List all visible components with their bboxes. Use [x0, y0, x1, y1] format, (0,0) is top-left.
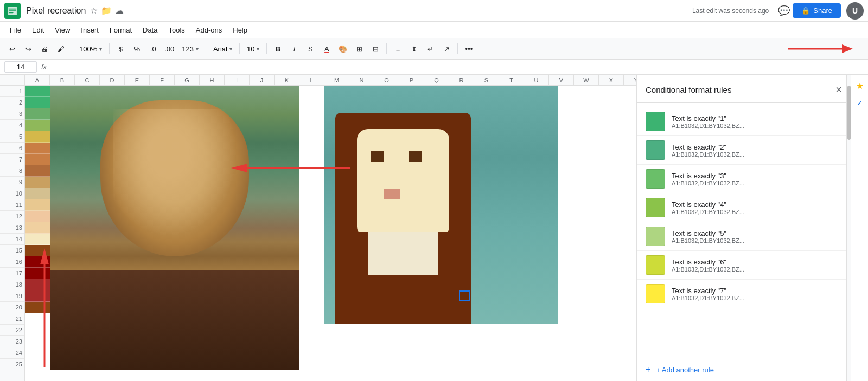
- text-color-button[interactable]: A: [319, 41, 334, 56]
- col-header-M[interactable]: M: [324, 75, 349, 85]
- menu-tools[interactable]: Tools: [163, 24, 190, 36]
- cloud-icon[interactable]: ☁: [115, 5, 124, 16]
- color-cell-14[interactable]: [25, 234, 50, 245]
- merge-button[interactable]: ⊟: [368, 41, 383, 56]
- strikethrough-button[interactable]: S: [303, 41, 318, 56]
- col-header-A[interactable]: A: [25, 75, 50, 85]
- font-dropdown[interactable]: Arial ▾: [209, 41, 236, 56]
- color-cell-23[interactable]: [25, 336, 50, 347]
- menu-format[interactable]: Format: [104, 24, 137, 36]
- col-header-N[interactable]: N: [349, 75, 374, 85]
- folder-icon[interactable]: 📁: [101, 5, 112, 16]
- color-cell-13[interactable]: [25, 222, 50, 234]
- col-header-E[interactable]: E: [125, 75, 150, 85]
- col-header-P[interactable]: P: [399, 75, 424, 85]
- menu-edit[interactable]: Edit: [27, 24, 49, 36]
- color-cell-22[interactable]: [25, 325, 50, 336]
- more-button[interactable]: •••: [461, 41, 476, 56]
- menu-data[interactable]: Data: [137, 24, 163, 36]
- col-header-T[interactable]: T: [499, 75, 524, 85]
- check-icon[interactable]: ✓: [853, 96, 866, 109]
- color-cell-6[interactable]: [25, 143, 50, 154]
- percent-button[interactable]: %: [129, 41, 144, 56]
- col-header-Y[interactable]: Y: [624, 75, 636, 85]
- col-header-R[interactable]: R: [449, 75, 474, 85]
- color-cell-24[interactable]: [25, 347, 50, 359]
- col-header-H[interactable]: H: [200, 75, 225, 85]
- color-cell-15[interactable]: [25, 245, 50, 256]
- add-rule-button[interactable]: + + Add another rule: [646, 365, 714, 374]
- rule-item-4[interactable]: Text is exactly "4"A1:B1032,D1:BY1032,BZ…: [637, 193, 851, 222]
- user-avatar[interactable]: U: [846, 2, 864, 20]
- undo-button[interactable]: ↩: [4, 41, 20, 56]
- menu-help[interactable]: Help: [227, 24, 253, 36]
- valign-button[interactable]: ⇕: [406, 41, 422, 56]
- menu-file[interactable]: File: [4, 24, 27, 36]
- col-header-V[interactable]: V: [549, 75, 574, 85]
- color-cell-3[interactable]: [25, 108, 50, 120]
- color-cell-17[interactable]: [25, 268, 50, 279]
- col-header-C[interactable]: C: [75, 75, 100, 85]
- rule-item-6[interactable]: Text is exactly "6"A1:B1032,D1:BY1032,BZ…: [637, 251, 851, 280]
- color-cell-12[interactable]: [25, 211, 50, 222]
- explore-icon[interactable]: ★: [853, 79, 866, 92]
- color-cell-8[interactable]: [25, 165, 50, 177]
- rotate-button[interactable]: ↗: [439, 41, 454, 56]
- color-cell-5[interactable]: [25, 131, 50, 143]
- rule-item-2[interactable]: Text is exactly "2"A1:B1032,D1:BY1032,BZ…: [637, 136, 851, 165]
- color-cell-2[interactable]: [25, 97, 50, 108]
- color-cell-19[interactable]: [25, 290, 50, 302]
- col-header-O[interactable]: O: [374, 75, 399, 85]
- star-icon[interactable]: ☆: [90, 5, 98, 16]
- col-header-I[interactable]: I: [225, 75, 250, 85]
- currency-button[interactable]: $: [113, 41, 128, 56]
- panel-close-button[interactable]: ×: [835, 83, 842, 96]
- fill-color-button[interactable]: 🎨: [335, 41, 350, 56]
- spreadsheet[interactable]: A B C D E F G H I J K L M N O P Q R S T: [0, 75, 636, 381]
- color-cell-18[interactable]: [25, 279, 50, 290]
- rule-item-3[interactable]: Text is exactly "3"A1:B1032,D1:BY1032,BZ…: [637, 165, 851, 193]
- col-header-U[interactable]: U: [524, 75, 549, 85]
- number-format-dropdown[interactable]: 123 ▾: [178, 41, 202, 56]
- wrap-button[interactable]: ↵: [423, 41, 438, 56]
- col-header-G[interactable]: G: [175, 75, 200, 85]
- align-button[interactable]: ≡: [390, 41, 405, 56]
- rule-item-7[interactable]: Text is exactly "7"A1:B1032,D1:BY1032,BZ…: [637, 280, 851, 308]
- borders-button[interactable]: ⊞: [352, 41, 367, 56]
- color-cell-20[interactable]: [25, 302, 50, 313]
- italic-button[interactable]: I: [286, 41, 302, 56]
- font-size-dropdown[interactable]: 10 ▾: [243, 41, 263, 56]
- col-header-B[interactable]: B: [50, 75, 75, 85]
- color-cell-7[interactable]: [25, 154, 50, 165]
- panel-scrollbar[interactable]: [846, 75, 851, 381]
- col-header-L[interactable]: L: [299, 75, 324, 85]
- color-cell-1[interactable]: [25, 86, 50, 97]
- paint-format-button[interactable]: 🖌: [53, 41, 68, 56]
- col-header-D[interactable]: D: [100, 75, 125, 85]
- col-header-K[interactable]: K: [275, 75, 299, 85]
- panel-scrollbar-thumb[interactable]: [847, 86, 851, 140]
- menu-view[interactable]: View: [49, 24, 75, 36]
- color-cell-9[interactable]: [25, 177, 50, 188]
- rule-item-1[interactable]: Text is exactly "1"A1:B1032,D1:BY1032,BZ…: [637, 107, 851, 136]
- col-header-J[interactable]: J: [250, 75, 275, 85]
- color-cell-25[interactable]: [25, 359, 50, 370]
- formula-input[interactable]: [51, 63, 864, 71]
- rule-item-5[interactable]: Text is exactly "5"A1:B1032,D1:BY1032,BZ…: [637, 222, 851, 251]
- color-cell-4[interactable]: [25, 120, 50, 131]
- zoom-dropdown[interactable]: 100% ▾: [75, 41, 106, 56]
- share-button[interactable]: 🔒 Share: [793, 3, 841, 18]
- decimal-inc-button[interactable]: .00: [162, 41, 177, 56]
- cell-reference[interactable]: 14: [4, 61, 37, 73]
- col-header-Q[interactable]: Q: [424, 75, 449, 85]
- menu-addons[interactable]: Add-ons: [190, 24, 227, 36]
- menu-insert[interactable]: Insert: [75, 24, 104, 36]
- bold-button[interactable]: B: [270, 41, 285, 56]
- col-header-W[interactable]: W: [574, 75, 599, 85]
- color-cell-11[interactable]: [25, 199, 50, 211]
- comment-icon[interactable]: 💬: [775, 2, 793, 20]
- color-cell-10[interactable]: [25, 188, 50, 199]
- decimal-dec-button[interactable]: .0: [145, 41, 161, 56]
- print-button[interactable]: 🖨: [37, 41, 52, 56]
- col-header-F[interactable]: F: [150, 75, 175, 85]
